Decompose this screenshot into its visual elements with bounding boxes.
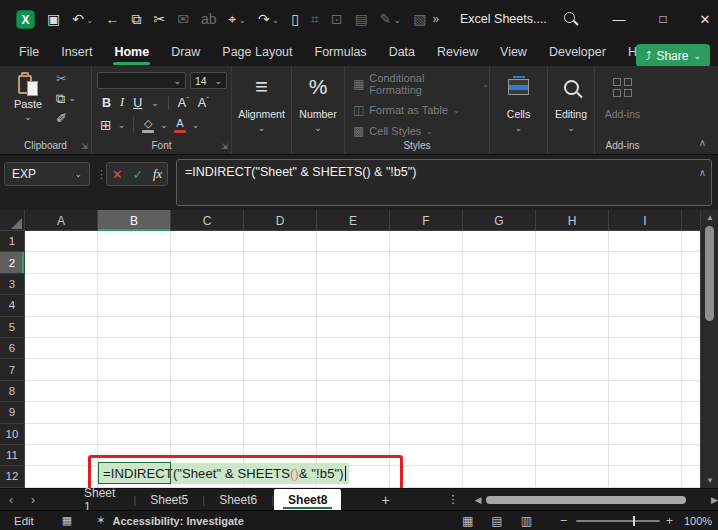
- menu-tab-draw[interactable]: Draw: [160, 38, 211, 66]
- excel-logo-icon[interactable]: X: [16, 10, 35, 29]
- format-painter-button[interactable]: ✐: [56, 112, 67, 125]
- menu-tab-data[interactable]: Data: [378, 38, 426, 66]
- close-button[interactable]: ✕: [684, 0, 718, 38]
- fill-color-button[interactable]: ◇: [142, 118, 154, 133]
- clipboard-dialog-launcher-icon[interactable]: ⇲: [81, 142, 88, 151]
- paste-button[interactable]: Paste ⌄: [6, 72, 50, 134]
- row-header-2[interactable]: 2: [0, 252, 25, 273]
- search-icon[interactable]: [564, 12, 575, 23]
- scroll-left-icon[interactable]: ◀: [475, 495, 482, 505]
- row-header-4[interactable]: 4: [0, 295, 25, 316]
- macro-record-icon[interactable]: ▦: [62, 514, 72, 527]
- scroll-up-icon[interactable]: ▲: [701, 213, 718, 222]
- decrease-font-button[interactable]: Aˇ: [198, 95, 209, 110]
- formula-input[interactable]: =INDIRECT("Sheet" & SHEETS() & "!b5"): [176, 159, 712, 206]
- pivot-icon[interactable]: ⌗: [311, 12, 319, 26]
- column-header-f[interactable]: F: [390, 210, 463, 231]
- font-color-button[interactable]: A: [174, 118, 186, 133]
- name-box[interactable]: EXP ⌄: [4, 162, 90, 186]
- form-lookup-icon[interactable]: ▤: [355, 12, 368, 26]
- collapse-ribbon-icon[interactable]: ∧: [699, 137, 706, 148]
- zoom-level[interactable]: 100%: [684, 515, 712, 527]
- draft-pen-icon[interactable]: ✎⌄: [380, 12, 401, 26]
- touch-mode-icon[interactable]: ⌖⌄: [229, 12, 246, 26]
- row-header-6[interactable]: 6: [0, 338, 25, 359]
- menu-tab-view[interactable]: View: [489, 38, 538, 66]
- font-size-select[interactable]: 14 ⌄: [190, 72, 227, 89]
- row-header-9[interactable]: 9: [0, 402, 25, 423]
- alignment-button[interactable]: ≡ Alignment ⌄: [232, 66, 291, 154]
- row-header-1[interactable]: 1: [0, 231, 25, 252]
- menu-tab-page-layout[interactable]: Page Layout: [211, 38, 303, 66]
- row-header-5[interactable]: 5: [0, 317, 25, 338]
- font-name-select[interactable]: ⌄: [97, 72, 186, 89]
- cut-icon[interactable]: ✂: [154, 12, 166, 26]
- borders-icon[interactable]: ⊞: [100, 117, 112, 133]
- select-all-corner[interactable]: [0, 210, 25, 231]
- column-header-c[interactable]: C: [171, 210, 244, 231]
- accessibility-icon[interactable]: ✶: [96, 514, 105, 527]
- accessibility-status[interactable]: Accessibility: Investigate: [112, 515, 243, 527]
- column-header-e[interactable]: E: [317, 210, 390, 231]
- column-header-g[interactable]: G: [463, 210, 536, 231]
- sheet-nav-left-icon[interactable]: ‹: [0, 493, 22, 507]
- back-icon[interactable]: ←: [106, 12, 120, 26]
- row-header-7[interactable]: 7: [0, 359, 25, 380]
- sheet-tab-sheet8[interactable]: Sheet8: [274, 489, 341, 511]
- email-icon[interactable]: ✉: [177, 12, 189, 26]
- undo-icon[interactable]: ↶⌄: [72, 12, 93, 26]
- insert-function-button[interactable]: fx: [153, 167, 162, 182]
- confirm-entry-button[interactable]: ✓: [132, 167, 143, 182]
- sheet-options-icon[interactable]: ⋮: [448, 493, 459, 506]
- copy-icon[interactable]: ⧉: [132, 12, 142, 26]
- normal-view-icon[interactable]: ▦: [462, 514, 473, 528]
- scroll-right-icon[interactable]: ▶: [711, 495, 718, 505]
- cells-area[interactable]: [25, 231, 700, 488]
- row-header-11[interactable]: 11: [0, 445, 25, 466]
- redo-icon[interactable]: ↷⌄: [258, 12, 279, 26]
- zoom-out-button[interactable]: −: [560, 513, 568, 528]
- cancel-entry-button[interactable]: ✕: [112, 167, 123, 182]
- zoom-slider-thumb[interactable]: [633, 516, 635, 526]
- cut-button[interactable]: ✂: [56, 72, 67, 85]
- number-button[interactable]: % Number ⌄: [292, 66, 344, 154]
- row-header-8[interactable]: 8: [0, 381, 25, 402]
- horizontal-scrollbar-thumb[interactable]: [486, 496, 686, 504]
- italic-button[interactable]: I: [120, 95, 124, 110]
- font-dialog-launcher-icon[interactable]: ⇲: [221, 142, 228, 151]
- styles-item-cell-styles[interactable]: ▩Cell Styles⌄: [353, 124, 489, 138]
- collapse-formula-bar-icon[interactable]: ∧: [699, 167, 706, 178]
- sheet-tab-sheet5[interactable]: Sheet5: [136, 489, 202, 511]
- menu-tab-file[interactable]: File: [8, 38, 50, 66]
- styles-item-format-as-table[interactable]: ◫Format as Table⌄: [353, 103, 489, 117]
- column-header-i[interactable]: I: [609, 210, 682, 231]
- page-layout-view-icon[interactable]: ▤: [491, 514, 502, 528]
- toolbar-overflow-icon[interactable]: »: [432, 12, 439, 26]
- underline-button[interactable]: U: [133, 96, 142, 110]
- cells-button[interactable]: Cells ⌄: [490, 66, 547, 154]
- cell-edit-text[interactable]: =INDIRECT("Sheet" & SHEETS() & "!b5"): [99, 463, 349, 484]
- row-header-12[interactable]: 12: [0, 466, 25, 487]
- menu-tab-insert[interactable]: Insert: [50, 38, 103, 66]
- styles-item-conditional-formatting[interactable]: ▦Conditional Formatting⌄: [353, 72, 489, 96]
- column-header-a[interactable]: A: [25, 210, 98, 231]
- vertical-scrollbar[interactable]: ▲ ▼: [700, 210, 718, 488]
- vertical-scrollbar-thumb[interactable]: [705, 226, 714, 321]
- menu-tab-review[interactable]: Review: [426, 38, 489, 66]
- zoom-slider[interactable]: [576, 520, 660, 522]
- new-file-icon[interactable]: ▯: [291, 12, 299, 26]
- column-header-h[interactable]: H: [536, 210, 609, 231]
- save-icon[interactable]: ▣: [47, 12, 60, 26]
- sheet-nav-right-icon[interactable]: ›: [22, 493, 44, 507]
- row-header-3[interactable]: 3: [0, 274, 25, 295]
- page-break-preview-icon[interactable]: ▥: [521, 514, 532, 528]
- menu-tab-formulas[interactable]: Formulas: [304, 38, 378, 66]
- maximize-button[interactable]: □: [642, 0, 684, 38]
- minimize-button[interactable]: —: [598, 0, 640, 38]
- share-button[interactable]: ⤴ Share ⌄: [636, 44, 710, 67]
- bold-button[interactable]: B: [102, 96, 111, 110]
- column-header-d[interactable]: D: [244, 210, 317, 231]
- scroll-down-icon[interactable]: ▼: [701, 476, 718, 485]
- camera-icon[interactable]: ⊡: [331, 12, 343, 26]
- menu-tab-developer[interactable]: Developer: [538, 38, 617, 66]
